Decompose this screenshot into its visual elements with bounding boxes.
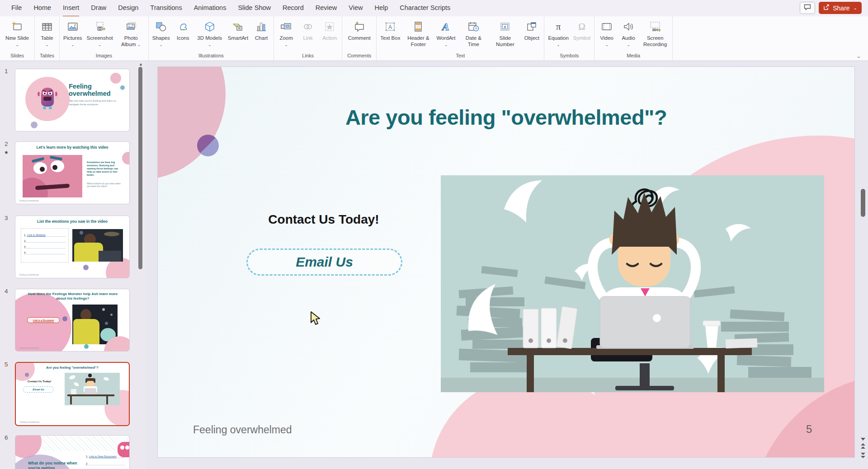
chevron-down-icon: ⌄ <box>137 42 141 47</box>
slide-thumbnail-3[interactable]: List the emotions you saw in the video 1… <box>15 216 130 278</box>
ribbon-button-new-slide[interactable]: New Slide ⌄ <box>1 18 33 49</box>
zoom-icon <box>279 19 293 34</box>
menu-slide-show[interactable]: Slide Show <box>232 0 277 16</box>
purple-dot-decor <box>25 373 29 377</box>
slide-thumbnail-5-selected[interactable]: Are you feeling "overwhelmed"? Contact U… <box>15 362 130 426</box>
comments-button[interactable] <box>800 2 815 14</box>
next-slide-button[interactable] <box>860 452 866 458</box>
animation-star-icon: ★ <box>4 150 9 155</box>
menu-animations[interactable]: Animations <box>188 0 232 16</box>
screen-recording-icon <box>648 19 662 34</box>
ribbon-button-photo-album[interactable]: Photo Album ⌄ <box>115 18 147 49</box>
chevron-down-icon: ⌄ <box>208 42 212 47</box>
person-video-still <box>72 229 123 262</box>
ribbon-button-object[interactable]: Object <box>521 18 542 42</box>
svg-text:A: A <box>441 21 449 33</box>
slide-thumbnail-2[interactable]: Let's learn more by watching this video … <box>15 141 130 204</box>
menu-home[interactable]: Home <box>28 0 57 16</box>
purple-dot-decor <box>62 316 67 321</box>
menu-draw[interactable]: Draw <box>85 0 112 16</box>
menu-record[interactable]: Record <box>277 0 310 16</box>
ribbon-group-links: Zoom⌄ Link Action Links <box>274 16 342 61</box>
symbol-icon: Ω <box>575 19 589 34</box>
ribbon-button-header-footer[interactable]: Header & Footer <box>402 18 434 49</box>
ribbon-button-date-time[interactable]: Date & Time <box>458 18 489 49</box>
screenshot-icon <box>93 19 107 34</box>
chevron-down-icon: ⌄ <box>159 42 163 47</box>
ribbon-button-symbol: Ω Symbol <box>571 18 593 42</box>
pink-dot-decor <box>110 73 121 84</box>
thumb5-email-pill: Email Us <box>23 386 54 393</box>
menu-insert[interactable]: Insert <box>57 0 85 16</box>
ribbon-button-table[interactable]: Table⌄ <box>36 18 58 49</box>
slide-thumbnail-4[interactable]: How does the Feelings Monster help Ash l… <box>15 289 130 352</box>
collapse-ribbon-chevron-icon[interactable]: ⌄ <box>857 53 861 59</box>
group-label-comments: Comments <box>344 52 375 61</box>
ribbon-button-screenshot[interactable]: Screenshot⌄ <box>85 18 115 49</box>
menu-design[interactable]: Design <box>112 0 144 16</box>
slide-4-number: 4 <box>5 288 8 295</box>
email-us-button[interactable]: Email Us <box>246 249 402 276</box>
menu-character-scripts[interactable]: Character Scripts <box>394 0 456 16</box>
ribbon-button-3d-models[interactable]: 3D Models ⌄ <box>194 18 226 49</box>
thumbnail-scrollbar-thumb[interactable] <box>138 67 142 269</box>
canvas-scrollbar-thumb[interactable] <box>861 189 865 217</box>
3d-models-icon <box>203 19 217 34</box>
thumb4-footer: Feeling overwhelmed <box>19 347 39 349</box>
ribbon-button-text-box[interactable]: A Text Box <box>378 18 402 42</box>
equation-icon: π <box>551 19 566 34</box>
slide-footer-text[interactable]: Feeling overwhelmed <box>193 424 292 436</box>
previous-slide-button[interactable] <box>860 443 866 450</box>
thumb6-link: Link to New Document <box>89 455 116 458</box>
chart-icon <box>254 19 269 34</box>
slide-thumbnail-6[interactable]: What do you notice when you're getting o… <box>15 435 130 469</box>
slide-editing-area[interactable]: Are you feeling "overwhelmed"? Contact U… <box>158 67 854 457</box>
thumb5-contact: Contact Us Today! <box>22 380 57 383</box>
menu-file[interactable]: File <box>5 0 28 16</box>
monster-video-still <box>23 155 82 197</box>
slide-page-number[interactable]: 5 <box>806 423 812 436</box>
purple-dot-decor <box>197 135 219 156</box>
object-icon <box>524 19 539 34</box>
ribbon-button-equation[interactable]: π Equation⌄ <box>546 18 571 49</box>
ribbon-button-shapes[interactable]: Shapes⌄ <box>150 18 172 49</box>
ribbon-button-icons[interactable]: Icons <box>172 18 194 42</box>
chevron-down-icon: ⌄ <box>98 42 102 47</box>
thumb2-prompt: What emotions do you notice when you wat… <box>87 183 121 188</box>
ribbon-button-zoom[interactable]: Zoom⌄ <box>275 18 297 49</box>
table-icon <box>40 19 54 34</box>
ribbon-group-text: A Text Box Header & Footer A WordArt⌄ Da… <box>377 16 544 61</box>
scroll-up-arrow-icon[interactable]: ▲ <box>139 62 143 66</box>
ribbon-insert-tab: New Slide ⌄ Slides Table⌄ Tables Picture… <box>0 16 868 61</box>
ribbon-button-comment[interactable]: Comment <box>346 18 373 42</box>
slide-number-icon: # <box>498 19 512 34</box>
menu-view[interactable]: View <box>343 0 368 16</box>
ribbon-button-wordart[interactable]: A WordArt⌄ <box>434 18 458 49</box>
ribbon-button-pictures[interactable]: Pictures⌄ <box>61 18 85 49</box>
ribbon-button-screen-recording[interactable]: Screen Recording <box>639 18 671 49</box>
chevron-down-icon: ⌄ <box>15 42 19 47</box>
menu-review[interactable]: Review <box>310 0 343 16</box>
thumb4-title: How does the Feelings Monster help Ash l… <box>26 292 119 301</box>
ribbon-button-audio[interactable]: Audio⌄ <box>618 18 639 49</box>
scroll-down-arrow-icon[interactable] <box>860 437 866 441</box>
ribbon-button-video[interactable]: Video⌄ <box>596 18 618 49</box>
thumbnail-scrollbar[interactable]: ▲ <box>137 61 144 469</box>
ribbon-button-slide-number[interactable]: # Slide Number <box>489 18 521 49</box>
group-label-illustrations: Illustrations <box>150 52 272 61</box>
workspace: 1 Feeling overwhelmed Tap into how you'r… <box>0 61 868 469</box>
menu-help[interactable]: Help <box>368 0 394 16</box>
share-button[interactable]: Share ⌄ <box>819 2 862 14</box>
purple-dot-decor <box>83 265 89 270</box>
ribbon-button-chart[interactable]: Chart <box>250 18 272 42</box>
thumb1-title: Feeling overwhelmed <box>69 83 125 97</box>
menu-transitions[interactable]: Transitions <box>144 0 188 16</box>
wordart-icon: A <box>439 19 453 34</box>
thumb2-body: Sometimes we have big emotions. Noticing… <box>87 161 121 177</box>
contact-heading[interactable]: Contact Us Today! <box>233 212 414 227</box>
slide-thumbnail-1[interactable]: Feeling overwhelmed Tap into how you're … <box>15 69 130 131</box>
ribbon-button-smartart[interactable]: SmartArt <box>226 18 250 42</box>
overwhelmed-man-illustration[interactable] <box>441 175 824 392</box>
date-time-icon <box>466 19 481 34</box>
slide-title[interactable]: Are you feeling "overwhelmed"? <box>158 105 854 130</box>
